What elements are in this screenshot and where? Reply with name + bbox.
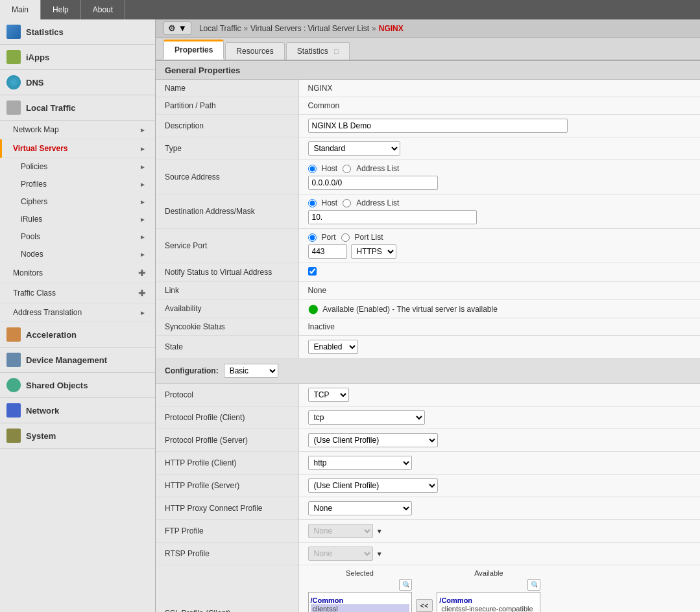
sidebar-item-acceleration[interactable]: Acceleration [0,322,155,347]
sidebar-label-statistics: Statistics [26,27,64,37]
tab-main[interactable]: Main [0,0,41,19]
configuration-header: Configuration: BasicAdvanced [156,359,700,384]
input-dest-address[interactable] [308,210,477,224]
select-ftp-profile[interactable]: None [308,524,373,538]
radio-port[interactable] [308,233,317,242]
radio-port-list[interactable] [341,233,350,242]
ssl-available-search-wrapper [437,579,540,591]
sidebar-item-iapps[interactable]: iApps [0,45,155,70]
value-name: NGINX [298,80,700,97]
input-description[interactable] [308,119,568,133]
ssl-selected-item-clientssl[interactable]: clientssl [311,604,409,612]
cell-type: Standard Forwarding (IP) Performance (HT… [298,137,700,160]
availability-dot: ⬤ [308,303,319,314]
select-type[interactable]: Standard Forwarding (IP) Performance (HT… [308,141,400,156]
tab-resources[interactable]: Resources [225,42,284,60]
row-http-proxy: HTTP Proxy Connect Profile None [156,497,700,520]
sidebar-item-shared-objects[interactable]: Shared Objects [0,373,155,398]
label-proto-profile-client: Protocol Profile (Client) [156,406,298,429]
select-protocol[interactable]: HTTPSHTTPFTP [351,244,396,259]
dns-icon [6,75,21,89]
value-availability: Available (Enabled) - The virtual server… [322,305,498,314]
select-http-proxy[interactable]: None [308,501,412,515]
checkbox-notify-status[interactable] [308,267,317,276]
sidebar-item-monitors[interactable]: Monitors ✚ [0,263,155,283]
breadcrumb-local-traffic[interactable]: Local Traffic [199,24,241,33]
radio-dest-addrlist[interactable] [343,199,351,207]
chevron-profiles: ► [139,181,146,188]
sidebar-item-dns[interactable]: DNS [0,70,155,95]
configuration-table: Protocol TCPUDPSCTP Protocol Profile (Cl… [156,384,700,612]
select-rtsp-profile[interactable]: None [308,547,373,561]
sidebar-item-policies[interactable]: Policies ► [0,158,155,176]
breadcrumb-virtual-server-list[interactable]: Virtual Servers : Virtual Server List [250,24,369,33]
chevron-policies: ► [139,163,146,171]
sidebar-item-address-translation[interactable]: Address Translation ► [0,303,155,322]
input-port[interactable] [308,244,347,259]
tab-help[interactable]: Help [41,0,81,19]
radio-source-addrlist[interactable] [343,165,351,173]
select-state[interactable]: EnabledDisabled [308,340,358,354]
row-proto-profile-server: Protocol Profile (Server) (Use Client Pr… [156,429,700,452]
cell-source-address: Host Address List [298,160,700,194]
label-source-address: Source Address [156,160,298,194]
tab-about[interactable]: About [81,0,125,19]
sidebar-item-system[interactable]: System [0,423,155,449]
ssl-available-listbox[interactable]: /Common clientssl-insecure-compatible cl… [437,592,540,612]
devmgmt-icon [6,353,21,367]
input-source-address[interactable] [308,176,438,190]
sidebar-item-network[interactable]: Network [0,398,155,423]
sidebar-item-nodes[interactable]: Nodes ► [0,246,155,263]
sidebar-item-profiles[interactable]: Profiles ► [0,176,155,193]
label-dest-host: Host [322,198,338,207]
select-http-profile-server[interactable]: (Use Client Profile)http [308,478,438,493]
select-config-mode[interactable]: BasicAdvanced [224,364,278,378]
label-http-proxy: HTTP Proxy Connect Profile [156,497,298,520]
sidebar-label-policies: Policies [21,162,47,171]
ssl-available-container: Available /Common clientssl-insecure-com… [437,569,540,612]
select-protocol-main[interactable]: TCPUDPSCTP [308,388,349,402]
ssl-available-search[interactable] [527,579,540,591]
row-description: Description [156,115,700,137]
plus-traffic-class: ✚ [138,288,146,298]
ssl-available-item-0[interactable]: clientssl-insecure-compatible [439,604,538,612]
sidebar-item-traffic-class[interactable]: Traffic Class ✚ [0,283,155,303]
sidebar-item-pools[interactable]: Pools ► [0,228,155,246]
ssl-selected-listbox[interactable]: /Common clientssl [308,592,412,612]
accel-icon [6,327,21,342]
content-area: ⚙ ▼ Local Traffic » Virtual Servers : Vi… [156,19,700,612]
sidebar-label-profiles: Profiles [21,180,47,189]
row-service-port: Service Port Port Port List HTTPSHTTPFTP [156,229,700,263]
radio-dest-host[interactable] [308,199,317,207]
label-source-addrlist: Address List [356,164,399,173]
sidebar-item-virtual-servers[interactable]: Virtual Servers ► [0,139,155,158]
sidebar-label-pools: Pools [21,232,40,241]
label-name: Name [156,80,298,97]
gear-button[interactable]: ⚙ ▼ [163,21,191,35]
sidebar-item-ciphers[interactable]: Ciphers ► [0,193,155,211]
radio-source-host[interactable] [308,165,317,173]
breadcrumb: ⚙ ▼ Local Traffic » Virtual Servers : Vi… [156,19,700,38]
row-syncookie: Syncookie Status Inactive [156,318,700,336]
label-port-list: Port List [355,233,383,242]
cell-ssl-profile-client: Selected /Common clientssl [298,565,700,613]
ssl-move-left-button[interactable]: << [416,599,433,612]
ssl-selected-search[interactable] [399,579,412,591]
sidebar-item-device-management[interactable]: Device Management [0,347,155,373]
sidebar-item-local-traffic[interactable]: Local Traffic [0,95,155,121]
sidebar-item-network-map[interactable]: Network Map ► [0,121,155,139]
tab-statistics[interactable]: Statistics □ [286,42,350,60]
cell-state: EnabledDisabled [298,336,700,359]
sidebar-label-traffic-class: Traffic Class [13,288,56,298]
tab-statistics-close[interactable]: □ [334,47,339,55]
select-http-profile-client[interactable]: httphttp-explicit [308,456,412,470]
row-notify-status: Notify Status to Virtual Address [156,263,700,282]
label-ssl-profile-client: SSL Profile (Client) [156,565,298,613]
sidebar-item-irules[interactable]: iRules ► [0,211,155,228]
select-proto-profile-server[interactable]: (Use Client Profile)tcp [308,433,438,447]
tab-properties[interactable]: Properties [163,40,224,60]
ssl-selected-label: Selected [308,569,412,577]
select-proto-profile-client[interactable]: tcptcp-lan-optimized [308,410,425,425]
row-ftp-profile: FTP Profile None ▼ [156,520,700,543]
sidebar-item-statistics[interactable]: Statistics [0,19,155,45]
